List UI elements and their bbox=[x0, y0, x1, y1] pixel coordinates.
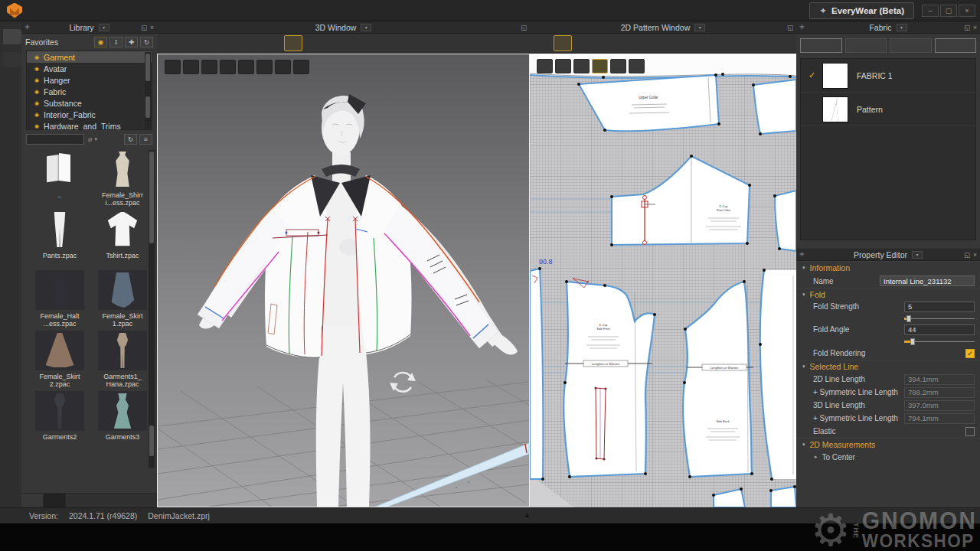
circle-tool-icon[interactable] bbox=[408, 35, 426, 51]
add-fabric-button[interactable] bbox=[800, 38, 842, 53]
2d-window-dropdown-icon[interactable]: ▾ bbox=[694, 24, 705, 31]
library-item-parent-folder[interactable]: .. bbox=[32, 149, 87, 207]
favorites-list-item[interactable]: ◉ Interior_Fabric bbox=[27, 109, 152, 120]
library-dropdown-icon[interactable]: ▾ bbox=[99, 24, 109, 31]
fabric-row-pattern[interactable]: ✓ Pattern bbox=[801, 93, 975, 126]
arrange-avatar-tool-icon[interactable] bbox=[305, 35, 323, 51]
favorites-list-item[interactable]: ◉ Substance bbox=[27, 97, 152, 109]
favorites-list-item[interactable]: ◉ Hanger bbox=[27, 74, 152, 86]
elastic-checkbox[interactable] bbox=[965, 427, 975, 436]
fabric-dropdown-icon[interactable]: ▾ bbox=[897, 24, 907, 31]
transform-pattern-tool-icon[interactable] bbox=[533, 35, 551, 51]
flatten-tool-icon[interactable] bbox=[449, 35, 468, 51]
pin-tool-icon[interactable] bbox=[491, 35, 509, 51]
arrange-swap-tool-icon[interactable] bbox=[263, 35, 282, 51]
pattern-info-icon[interactable] bbox=[573, 59, 590, 73]
scissors-tool-icon[interactable] bbox=[367, 35, 385, 51]
section-2d-measurements[interactable]: ▾ 2D Measurements bbox=[796, 438, 980, 451]
fold-arrangement-tool-icon[interactable] bbox=[284, 35, 302, 51]
detach-panel-icon[interactable]: ◱ bbox=[964, 251, 970, 259]
close-panel-icon[interactable]: × bbox=[150, 24, 154, 31]
notch-tool-icon[interactable] bbox=[678, 35, 696, 51]
detach-panel-icon[interactable]: ◱ bbox=[141, 24, 147, 31]
show-garment-icon[interactable] bbox=[165, 60, 181, 74]
library-tab[interactable] bbox=[44, 494, 66, 507]
pen-3d-tool-icon[interactable] bbox=[201, 35, 220, 51]
shirt-2d-icon[interactable] bbox=[555, 59, 571, 73]
library-item-female-shirred-dress[interactable]: Female_Shirr i...ess.zpac bbox=[95, 149, 150, 207]
close-panel-icon[interactable]: × bbox=[973, 24, 977, 31]
favorites-badge-icon[interactable]: ◉ bbox=[94, 37, 107, 47]
favorites-list-item[interactable]: ◉ Hardware_and_Trims bbox=[27, 120, 152, 130]
ghost-pattern-icon[interactable] bbox=[610, 59, 626, 73]
section-fold[interactable]: ▾ Fold bbox=[796, 288, 980, 301]
pleats-tool-icon[interactable] bbox=[740, 35, 758, 51]
refresh-results-icon[interactable]: ↻ bbox=[124, 134, 137, 145]
delete-unused-fabric-button[interactable] bbox=[935, 38, 977, 53]
favorites-list-item[interactable]: ◉ Avatar bbox=[27, 63, 152, 74]
simulate-tool-icon[interactable] bbox=[160, 35, 178, 51]
pair-tool-icon[interactable] bbox=[470, 35, 488, 51]
library-item-pants[interactable]: Pants.zpac bbox=[32, 210, 87, 267]
stroke-tool-icon[interactable] bbox=[243, 35, 261, 51]
fold-slider[interactable] bbox=[904, 315, 975, 323]
seam-allowance-tool-icon[interactable] bbox=[698, 35, 717, 51]
texture-display-icon[interactable] bbox=[293, 60, 309, 74]
library-item-tshirt[interactable]: Tshirt.zpac bbox=[95, 210, 150, 267]
surface-display-icon[interactable] bbox=[256, 60, 273, 74]
grid-2d-tool-icon[interactable] bbox=[657, 35, 675, 51]
fold-rendering-checkbox[interactable]: ✓ bbox=[965, 349, 975, 358]
favorites-list-item[interactable]: ◉ Garment bbox=[27, 51, 152, 63]
render-settings-icon[interactable] bbox=[201, 60, 217, 74]
favorites-scrollbar[interactable] bbox=[145, 52, 151, 129]
measure-tool-icon[interactable] bbox=[781, 35, 796, 51]
show-avatar-icon[interactable] bbox=[183, 60, 199, 74]
import-library-icon[interactable]: ⇩ bbox=[109, 37, 122, 47]
pose-display-icon[interactable] bbox=[275, 60, 291, 74]
library-tab[interactable] bbox=[21, 494, 44, 507]
walk-pose-tool-icon[interactable] bbox=[511, 35, 530, 51]
fold-value-field[interactable]: 5 bbox=[904, 302, 975, 312]
mannequin-tool-icon[interactable] bbox=[429, 35, 447, 51]
minimize-button[interactable]: – bbox=[922, 5, 939, 17]
polygon-tool-icon[interactable] bbox=[574, 35, 593, 51]
library-item-garments2[interactable]: Garments2 bbox=[32, 391, 87, 448]
everywear-beta-button[interactable]: ✦ EveryWear (Beta) bbox=[809, 2, 914, 19]
refresh-library-icon[interactable]: ↻ bbox=[140, 37, 153, 47]
fold-value-field[interactable]: 44 bbox=[904, 324, 975, 335]
brush-2d-icon[interactable] bbox=[537, 59, 553, 73]
rail-tab[interactable] bbox=[3, 52, 21, 67]
edit-pattern-tool-icon[interactable] bbox=[554, 35, 572, 51]
library-item-garments3[interactable]: Garments3 bbox=[95, 391, 150, 448]
ruler-display-icon[interactable] bbox=[318, 60, 334, 74]
internal-line-tool-icon[interactable] bbox=[760, 35, 779, 51]
select-move-tool-icon[interactable] bbox=[181, 35, 199, 51]
search-dropdown-icon[interactable]: ▾ bbox=[94, 136, 97, 142]
reset-arrangement-tool-icon[interactable] bbox=[325, 35, 344, 51]
export-2d-icon[interactable] bbox=[629, 59, 645, 73]
detach-panel-icon[interactable]: ◱ bbox=[521, 24, 527, 31]
rectangle-tool-icon[interactable] bbox=[595, 35, 613, 51]
copy-fabric-button[interactable] bbox=[845, 38, 887, 53]
expand-arrow-icon[interactable]: ▲ bbox=[524, 511, 531, 519]
to-center-row[interactable]: ▸ To Center bbox=[796, 451, 980, 463]
assign-fabric-button[interactable] bbox=[890, 38, 932, 53]
favorites-list-item[interactable]: ◉ Fabric bbox=[27, 86, 152, 97]
library-item-female-skirt-1[interactable]: Female_Skirt 1.zpac bbox=[95, 270, 150, 328]
list-view-icon[interactable]: ≡ bbox=[139, 134, 152, 145]
avatar-display-icon[interactable] bbox=[220, 60, 236, 74]
library-search-input[interactable] bbox=[26, 134, 84, 145]
name-field[interactable]: Internal Line_231132 bbox=[880, 276, 975, 286]
reset-2d-tool-icon[interactable] bbox=[636, 35, 655, 51]
3d-viewport[interactable] bbox=[157, 54, 530, 507]
close-panel-icon[interactable]: × bbox=[973, 251, 977, 259]
sync-tool-icon[interactable] bbox=[719, 35, 737, 51]
property-editor-dropdown-icon[interactable]: ▾ bbox=[912, 251, 923, 259]
section-selected-line[interactable]: ▾ Selected Line bbox=[796, 360, 980, 373]
section-information[interactable]: ▾ Information bbox=[796, 261, 980, 274]
detach-panel-icon[interactable]: ◱ bbox=[964, 24, 970, 31]
search-icon[interactable]: ⌀ bbox=[88, 135, 92, 143]
fold-slider[interactable] bbox=[904, 337, 975, 346]
dart-tool-icon[interactable] bbox=[616, 35, 634, 51]
close-button[interactable]: × bbox=[959, 5, 975, 17]
